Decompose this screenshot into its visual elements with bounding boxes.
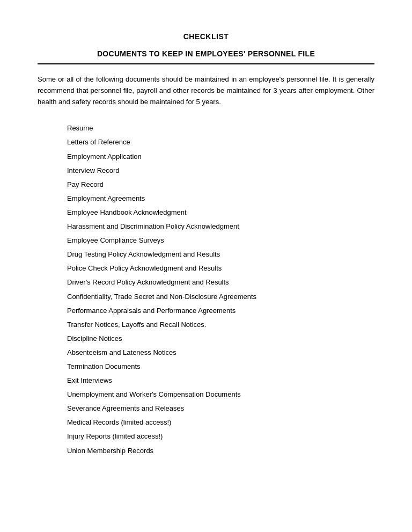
- document-item: Drug Testing Policy Acknowledgment and R…: [67, 249, 374, 260]
- document-item: Interview Record: [67, 165, 374, 177]
- document-item: Union Membership Records: [67, 445, 374, 457]
- document-item: Police Check Policy Acknowledgment and R…: [67, 263, 374, 274]
- document-item: Termination Documents: [67, 361, 374, 373]
- document-list: ResumeLetters of ReferenceEmployment App…: [67, 122, 374, 456]
- main-title: DOCUMENTS TO KEEP IN EMPLOYEES' PERSONNE…: [38, 49, 374, 58]
- document-item: Employment Agreements: [67, 193, 374, 205]
- document-item: Harassment and Discrimination Policy Ack…: [67, 221, 374, 232]
- document-item: Transfer Notices, Layoffs and Recall Not…: [67, 319, 374, 331]
- document-item: Exit Interviews: [67, 375, 374, 387]
- document-item: Confidentiality, Trade Secret and Non-Di…: [67, 291, 374, 303]
- document-item: Injury Reports (limited access!): [67, 431, 374, 442]
- document-item: Employment Application: [67, 151, 374, 163]
- document-item: Unemployment and Worker's Compensation D…: [67, 389, 374, 400]
- title-divider: [38, 63, 374, 64]
- document-item: Severance Agreements and Releases: [67, 403, 374, 414]
- checklist-title: CHECKLIST: [38, 32, 374, 41]
- document-item: Employee Handbook Acknowledgment: [67, 207, 374, 218]
- document-item: Performance Appraisals and Performance A…: [67, 305, 374, 317]
- document-item: Letters of Reference: [67, 136, 374, 148]
- document-item: Medical Records (limited access!): [67, 417, 374, 428]
- document-item: Discipline Notices: [67, 333, 374, 345]
- document-item: Employee Compliance Surveys: [67, 235, 374, 246]
- document-item: Absenteeism and Lateness Notices: [67, 347, 374, 359]
- document-item: Driver's Record Policy Acknowledgment an…: [67, 276, 374, 288]
- document-item: Resume: [67, 122, 374, 134]
- page: CHECKLIST DOCUMENTS TO KEEP IN EMPLOYEES…: [0, 0, 412, 532]
- document-item: Pay Record: [67, 179, 374, 191]
- intro-paragraph: Some or all of the following documents s…: [38, 74, 374, 107]
